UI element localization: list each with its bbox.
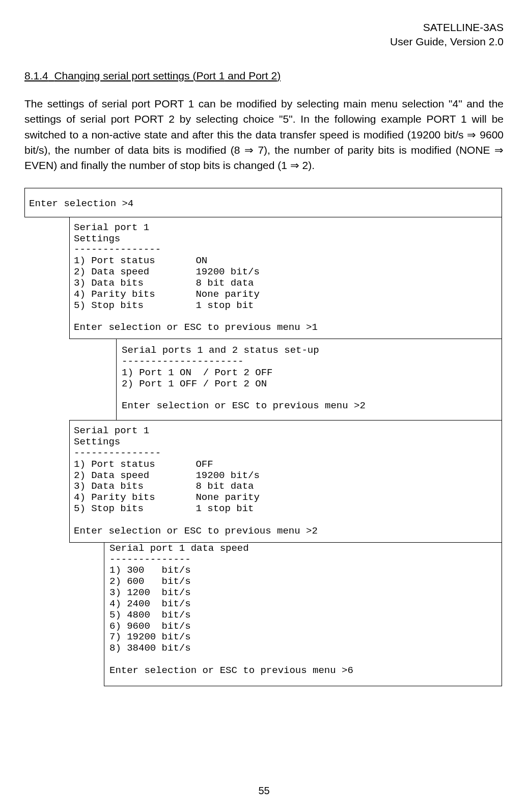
section-title-suffix: ) bbox=[277, 70, 281, 81]
section-number: 8.1.4 bbox=[24, 70, 48, 81]
terminal-box-port1-settings-on: Serial port 1 Settings --------------- 1… bbox=[69, 217, 502, 339]
terminal-box-enter-selection: Enter selection >4 bbox=[24, 188, 502, 217]
page-number: 55 bbox=[0, 785, 528, 797]
header-product: SATELLINE-3AS bbox=[24, 20, 504, 35]
terminal-box-port-status-setup: Serial ports 1 and 2 status set-up -----… bbox=[116, 339, 502, 421]
section-title-mid: and bbox=[225, 70, 248, 81]
terminal-box-port1-settings-off: Serial port 1 Settings --------------- 1… bbox=[69, 420, 502, 542]
intro-paragraph: The settings of serial port PORT 1 can b… bbox=[24, 96, 504, 174]
section-title-prefix: Changing serial port settings ( bbox=[54, 70, 196, 81]
header-subtitle: User Guide, Version 2.0 bbox=[24, 35, 504, 49]
section-port2: Port 2 bbox=[248, 70, 277, 81]
terminal-box-data-speed: Serial port 1 data speed -------------- … bbox=[104, 542, 502, 686]
page-header: SATELLINE-3AS User Guide, Version 2.0 bbox=[24, 20, 504, 49]
section-port1: Port 1 bbox=[196, 70, 225, 81]
section-heading: 8.1.4 Changing serial port settings (Por… bbox=[24, 70, 504, 82]
